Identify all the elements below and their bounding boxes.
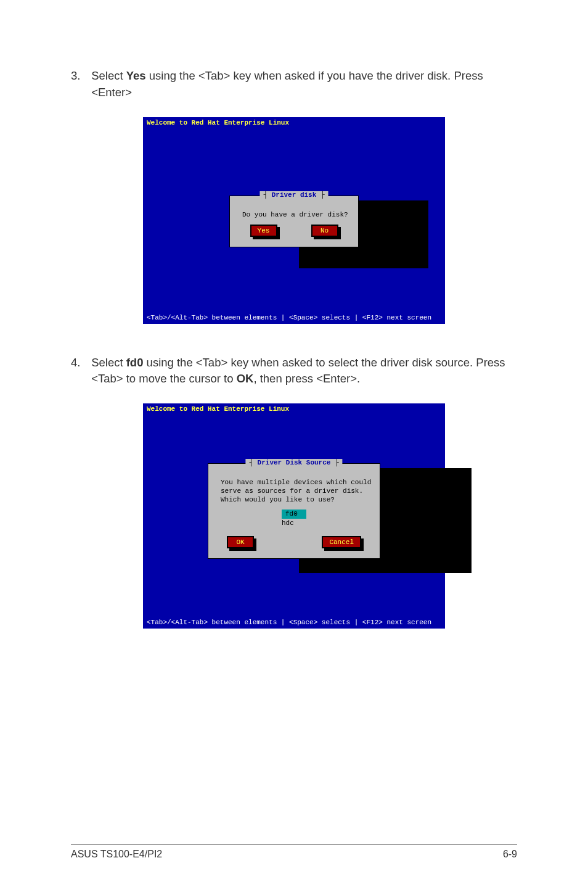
dialog-line1: You have multiple devices which could	[221, 479, 367, 486]
step-4-number: 4.	[71, 355, 88, 371]
dialog-title: ┤ Driver disk ├	[259, 191, 328, 199]
device-option-hdc[interactable]: hdc	[282, 519, 306, 527]
dialog-question: Do you have a driver disk?	[242, 211, 346, 218]
text: , then press <Enter>.	[253, 372, 360, 385]
dialog-title: ┤ Driver Disk Source ├	[245, 459, 342, 466]
step-4: 4. Select fd0 using the <Tab> key when a…	[71, 355, 517, 388]
bold-fd0: fd0	[126, 356, 144, 369]
footer-left: ASUS TS100-E4/PI2	[71, 849, 162, 860]
installer-title: Welcome to Red Hat Enterprise Linux	[143, 117, 445, 128]
step-3: 3. Select Yes using the <Tab> key when a…	[71, 68, 517, 101]
driver-disk-dialog: ┤ Driver disk ├ Do you have a driver dis…	[229, 196, 359, 247]
page-footer: ASUS TS100-E4/PI2 6-9	[71, 844, 517, 860]
yes-button[interactable]: Yes	[250, 225, 277, 237]
text: Select	[91, 69, 126, 82]
dialog-line3: Which would you like to use?	[221, 496, 367, 503]
ok-button[interactable]: OK	[227, 536, 254, 548]
installer-footer-hint: <Tab>/<Alt-Tab> between elements | <Spac…	[143, 313, 445, 323]
step-4-text: Select fd0 using the <Tab> key when aske…	[91, 355, 510, 388]
bold-ok: OK	[237, 372, 254, 385]
text: Select	[91, 356, 126, 369]
bold-yes: Yes	[126, 69, 146, 82]
dialog-line2: serve as sources for a driver disk.	[221, 487, 367, 495]
device-option-fd0[interactable]: fd0	[282, 510, 306, 518]
step-3-number: 3.	[71, 68, 88, 85]
footer-right: 6-9	[503, 849, 517, 860]
cancel-button[interactable]: Cancel	[322, 536, 361, 548]
text: using the <Tab> key when asked if you ha…	[91, 69, 483, 99]
installer-footer-hint: <Tab>/<Alt-Tab> between elements | <Spac…	[143, 617, 445, 627]
no-button[interactable]: No	[311, 225, 338, 237]
device-list[interactable]: fd0 hdc	[221, 510, 367, 527]
installer-screenshot-2: Welcome to Red Hat Enterprise Linux ┤ Dr…	[143, 403, 445, 629]
installer-screenshot-1: Welcome to Red Hat Enterprise Linux ┤ Dr…	[143, 117, 445, 324]
step-3-text: Select Yes using the <Tab> key when aske…	[91, 68, 510, 101]
installer-title: Welcome to Red Hat Enterprise Linux	[143, 403, 445, 414]
driver-disk-source-dialog: ┤ Driver Disk Source ├ You have multiple…	[208, 463, 380, 559]
